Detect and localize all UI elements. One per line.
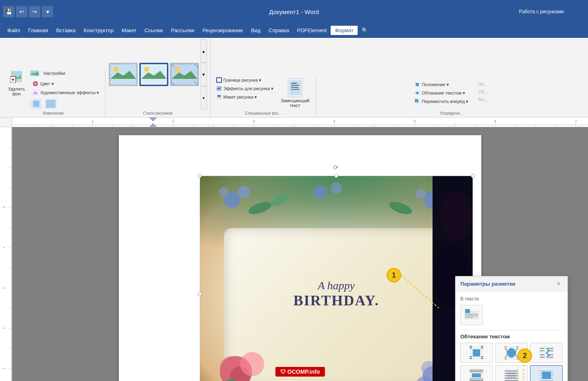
main-area: -2 -1 1 2 3 bbox=[0, 127, 588, 381]
picture-border-button[interactable]: Граница рисунка ▾ bbox=[214, 76, 276, 84]
text-wrap-button[interactable]: Обтекание текстом ▾ bbox=[412, 89, 471, 97]
svg-rect-139 bbox=[470, 356, 472, 357]
menu-pdfelement[interactable]: PDFElement bbox=[293, 26, 331, 35]
handle-top-left[interactable] bbox=[198, 174, 202, 178]
svg-rect-140 bbox=[481, 356, 483, 357]
svg-rect-138 bbox=[481, 348, 483, 348]
menu-view[interactable]: Вид bbox=[247, 26, 265, 35]
svg-rect-29 bbox=[217, 97, 221, 98]
menu-design[interactable]: Конструктор bbox=[80, 26, 118, 35]
style-pic-3[interactable] bbox=[170, 63, 199, 86]
svg-rect-141 bbox=[470, 358, 472, 359]
in-text-label: В тексте bbox=[460, 296, 563, 302]
style-pic-2[interactable] bbox=[139, 63, 168, 86]
layout-panel-header: Параметры разметки × bbox=[455, 276, 567, 291]
ribbon-group-arrange-content: Положение ▾ Обтекание текстом ▾ Перемест… bbox=[412, 81, 491, 109]
save-icon[interactable]: 💾 bbox=[3, 6, 14, 17]
picture-effects-button[interactable]: Эффекты для рисунка ▾ bbox=[214, 85, 276, 92]
bring-forward-label: Переместить вперёд ▾ bbox=[422, 99, 468, 104]
wrap-text-label: Обтекание текстом bbox=[460, 334, 563, 340]
art-effects-button[interactable]: Художественные эффекты ▾ bbox=[30, 89, 102, 97]
special-group-label: Специальные воз... bbox=[214, 111, 313, 115]
watermark: 🛡 OCOMP.info bbox=[275, 367, 325, 377]
svg-point-105 bbox=[219, 187, 229, 197]
styles-scroll-down[interactable]: ▼ bbox=[201, 63, 207, 86]
menu-insert[interactable]: Вставка bbox=[52, 26, 79, 35]
wrap-icons-grid bbox=[460, 343, 563, 381]
birthday-image: A happy BIRTHDAY. bbox=[200, 176, 473, 381]
layout-panel: Параметры разметки × В тексте bbox=[455, 276, 568, 381]
menu-home[interactable]: Главная bbox=[24, 26, 52, 35]
style-pics-row: ▲ ▼ ▾ bbox=[109, 39, 207, 109]
svg-text:5: 5 bbox=[414, 119, 416, 123]
svg-text:3: 3 bbox=[2, 367, 6, 369]
wrap-square-button[interactable] bbox=[460, 343, 493, 363]
position-label: Положение ▾ bbox=[422, 82, 449, 87]
svg-rect-131 bbox=[465, 315, 478, 316]
color-button[interactable]: Цвет ▾ bbox=[30, 80, 56, 88]
style-pic-1[interactable] bbox=[109, 63, 138, 86]
remove-background-label: Удалитьфон bbox=[8, 86, 25, 96]
menu-help[interactable]: Справка bbox=[265, 26, 293, 35]
picture-layout-button[interactable]: Макет рисунка ▾ bbox=[214, 93, 276, 101]
settings-button[interactable]: Настройки bbox=[41, 70, 68, 76]
menu-layout[interactable]: Макет bbox=[118, 26, 141, 35]
menu-format[interactable]: Формат bbox=[331, 26, 357, 35]
svg-point-16 bbox=[114, 67, 118, 72]
rotate-handle[interactable]: ⟳ bbox=[333, 164, 340, 170]
svg-point-109 bbox=[313, 185, 327, 199]
ribbon-group-change: Удалитьфон Настройки Цвет ▾ bbox=[2, 68, 106, 117]
wrap-through-button[interactable] bbox=[530, 343, 563, 363]
page: A happy BIRTHDAY. bbox=[119, 135, 481, 381]
svg-rect-8 bbox=[35, 72, 39, 76]
ribbon-group-styles-content: ▲ ▼ ▾ bbox=[109, 39, 207, 109]
handle-middle-left[interactable] bbox=[198, 292, 202, 296]
svg-rect-42 bbox=[415, 99, 418, 102]
wrap-in-front-button[interactable] bbox=[530, 365, 563, 381]
svg-rect-32 bbox=[291, 85, 299, 86]
title-bar: 💾 ↩ ↪ ▾ Документ1 - Word Работа с рисунк… bbox=[0, 0, 588, 23]
image-container[interactable]: A happy BIRTHDAY. bbox=[199, 175, 473, 381]
work-with-images-label: Работа с рисунками bbox=[519, 9, 588, 14]
picture-layout-label: Макет рисунка ▾ bbox=[224, 95, 257, 100]
vertical-ruler: -2 -1 1 2 3 bbox=[0, 127, 12, 381]
ribbon-group-change-content: Удалитьфон Настройки Цвет ▾ bbox=[5, 68, 102, 109]
position-button[interactable]: Положение ▾ bbox=[412, 81, 471, 88]
svg-text:1: 1 bbox=[2, 287, 6, 289]
ribbon-group-arrange: Положение ▾ Обтекание текстом ▾ Перемест… bbox=[316, 81, 586, 117]
styles-scroll-up[interactable]: ▲ bbox=[201, 39, 207, 63]
wrap-top-bottom-button[interactable] bbox=[460, 365, 493, 381]
menu-mailings[interactable]: Рассылки bbox=[167, 26, 198, 35]
svg-rect-136 bbox=[481, 346, 483, 347]
svg-rect-82 bbox=[0, 127, 12, 381]
quick-access-icon[interactable]: ▾ bbox=[42, 6, 53, 17]
inline-text-button[interactable] bbox=[460, 305, 483, 325]
undo-icon[interactable]: ↩ bbox=[16, 6, 27, 17]
menu-references[interactable]: Ссылки bbox=[141, 26, 167, 35]
menu-file[interactable]: Файл bbox=[3, 26, 24, 35]
handle-top-middle[interactable] bbox=[334, 174, 338, 178]
title-bar-left: 💾 ↩ ↪ ▾ bbox=[0, 6, 56, 17]
bring-forward-button[interactable]: Переместить вперёд ▾ bbox=[412, 98, 471, 105]
picture-border-label: Граница рисунка ▾ bbox=[224, 78, 262, 83]
remove-background-button[interactable]: Удалитьфон bbox=[5, 68, 28, 98]
svg-point-19 bbox=[144, 67, 149, 72]
styles-expand[interactable]: ▾ bbox=[201, 86, 207, 109]
menu-search[interactable]: 🔍 bbox=[358, 26, 372, 35]
menu-review[interactable]: Рецензирование bbox=[199, 26, 247, 35]
layout-panel-close-button[interactable]: × bbox=[555, 280, 563, 288]
ruler-corner bbox=[0, 117, 12, 127]
svg-rect-129 bbox=[465, 309, 470, 313]
svg-text:7: 7 bbox=[575, 119, 577, 123]
handle-top-right[interactable] bbox=[471, 174, 475, 178]
svg-text:2: 2 bbox=[2, 327, 6, 329]
svg-rect-31 bbox=[291, 83, 297, 84]
card-text: A happy BIRTHDAY. bbox=[293, 279, 379, 309]
svg-rect-27 bbox=[217, 95, 222, 99]
wrap-behind-text-button[interactable] bbox=[495, 365, 528, 381]
ribbon: Удалитьфон Настройки Цвет ▾ bbox=[0, 38, 588, 117]
svg-text:2: 2 bbox=[172, 119, 174, 123]
redo-icon[interactable]: ↪ bbox=[29, 6, 40, 17]
document-area: A happy BIRTHDAY. bbox=[12, 127, 588, 381]
alt-text-button[interactable]: Замещающийтекст bbox=[277, 76, 313, 109]
